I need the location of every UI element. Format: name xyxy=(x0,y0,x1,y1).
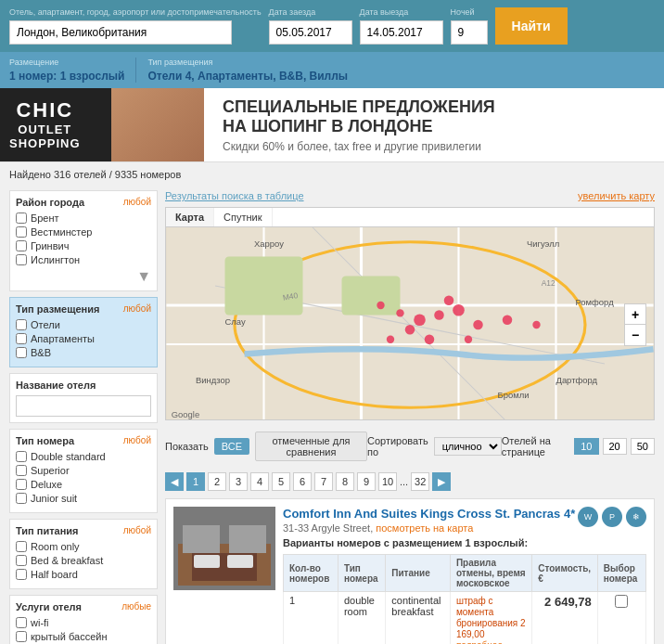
sort-select[interactable]: цличноо xyxy=(434,437,502,456)
accom-filter: Тип размещения любой Отели Апартаменты B… xyxy=(9,297,158,367)
meal-hb-checkbox[interactable] xyxy=(16,569,27,580)
table-view-link[interactable]: Результаты поиска в таблице xyxy=(165,190,304,201)
banner: CHIC OUTLET SHOPPING СПЕЦИАЛЬНЫЕ ПРЕДЛОЖ… xyxy=(0,88,664,162)
enlarge-map-link[interactable]: увеличить карту xyxy=(578,190,655,201)
page-5[interactable]: 5 xyxy=(272,472,290,491)
page-6[interactable]: 6 xyxy=(293,472,312,491)
hotel-name-filter: Название отеля xyxy=(9,373,158,423)
hotel-name-link[interactable]: Comfort Inn And Suites Kings Cross St. P… xyxy=(283,507,575,521)
filter-room-only: Room only xyxy=(16,541,151,552)
district-filter: Район города любой Брент Вестминстер Гри… xyxy=(9,190,158,291)
filter-pool: крытый бассейн xyxy=(16,631,151,642)
map-tab-satellite[interactable]: Спутник xyxy=(214,208,272,226)
nights-label: Ночей xyxy=(451,7,488,17)
meal-filter-title: Тип питания любой xyxy=(16,525,151,536)
page-2[interactable]: 2 xyxy=(208,472,226,491)
page-prev[interactable]: ◀ xyxy=(165,472,184,491)
page-4[interactable]: 4 xyxy=(250,472,269,491)
page-9[interactable]: 9 xyxy=(357,472,376,491)
map-tab-map[interactable]: Карта xyxy=(166,208,214,226)
checkin-input[interactable] xyxy=(269,20,352,45)
banner-logo: CHIC OUTLET SHOPPING xyxy=(9,98,81,152)
amenity-pool-checkbox[interactable] xyxy=(16,631,27,642)
map-zoom-in[interactable]: + xyxy=(625,304,645,325)
search-button[interactable]: Найти xyxy=(495,7,568,45)
wifi-icon: W xyxy=(578,507,598,527)
room-1-meal: continental breakfast xyxy=(386,592,451,645)
show-all-button[interactable]: ВСЕ xyxy=(214,438,249,455)
sort-label: Сортировать по xyxy=(367,435,428,457)
col-cancel: Правила отмены, время московское xyxy=(450,555,531,592)
page-3[interactable]: 3 xyxy=(229,472,248,491)
hotel-image-placeholder xyxy=(173,507,275,590)
per-page-50[interactable]: 50 xyxy=(631,438,655,455)
room-superior-checkbox[interactable] xyxy=(16,465,27,476)
page-last[interactable]: 32 xyxy=(411,472,429,491)
meal-bb-checkbox[interactable] xyxy=(16,555,27,566)
room-1-cancel-link[interactable]: подробнее xyxy=(456,640,503,644)
hotel-info: Comfort Inn And Suites Kings Cross St. P… xyxy=(283,507,646,644)
results-content: Результаты поиска в таблице увеличить ка… xyxy=(165,190,655,644)
map-zoom-controls: + − xyxy=(624,303,646,346)
per-page-20[interactable]: 20 xyxy=(603,438,627,455)
filter-double-standard: Double standard xyxy=(16,451,151,462)
room-type-filter-link[interactable]: любой xyxy=(123,435,151,446)
checkin-label: Дата заезда xyxy=(269,7,352,17)
page-7[interactable]: 7 xyxy=(314,472,333,491)
amenities-filter-link[interactable]: любые xyxy=(121,601,151,612)
room-type-filter-title: Тип номера любой xyxy=(16,435,151,446)
district-greenwich-checkbox[interactable] xyxy=(16,240,27,251)
per-page-label: Отелей на странице xyxy=(502,435,571,457)
map-display: Харроу Чигуэлл Ромфорд Слау Виндзор Дарт… xyxy=(166,227,654,420)
amenity-wifi-checkbox[interactable] xyxy=(16,617,27,628)
svg-point-23 xyxy=(377,302,384,309)
district-filter-link[interactable]: любой xyxy=(123,197,151,208)
col-type: Тип номера xyxy=(338,555,385,592)
room-guests-link[interactable]: 1 взрослый xyxy=(60,70,125,83)
room-1-checkbox[interactable] xyxy=(615,595,628,608)
results-header: Результаты поиска в таблице увеличить ка… xyxy=(165,190,655,201)
destination-input[interactable] xyxy=(9,20,232,45)
map-container: Карта Спутник xyxy=(165,207,655,420)
per-page-10[interactable]: 10 xyxy=(574,438,598,455)
room-double-checkbox[interactable] xyxy=(16,451,27,462)
meal-filter-link[interactable]: любой xyxy=(123,525,151,536)
page-8[interactable]: 8 xyxy=(336,472,354,491)
room-1-cancel: штраф с момента бронирования 2 169,00 по… xyxy=(450,592,531,645)
filter-half-board: Half board xyxy=(16,569,151,580)
col-price: Стоимость, € xyxy=(532,555,597,592)
page-1[interactable]: 1 xyxy=(186,472,205,491)
room-1-price: 2 649,78 xyxy=(532,592,597,645)
svg-text:Ромфорд: Ромфорд xyxy=(576,297,615,307)
svg-point-14 xyxy=(405,325,415,335)
page-next[interactable]: ▶ xyxy=(432,472,451,491)
hotel-card-inner: Comfort Inn And Suites Kings Cross St. P… xyxy=(173,507,646,644)
svg-rect-40 xyxy=(194,555,220,568)
banner-title: СПЕЦИАЛЬНЫЕ ПРЕДЛОЖЕНИЯ xyxy=(223,97,645,117)
accom-bb-checkbox[interactable] xyxy=(16,347,27,358)
accom-hotels-checkbox[interactable] xyxy=(16,319,27,330)
room-junior-checkbox[interactable] xyxy=(16,493,27,504)
meal-room-only-checkbox[interactable] xyxy=(16,541,27,552)
district-islington-checkbox[interactable] xyxy=(16,254,27,265)
hotel-name-input[interactable] xyxy=(16,395,151,417)
amenities-filter: Услуги отеля любые wi-fi крытый бассейн … xyxy=(9,595,158,644)
svg-point-16 xyxy=(425,335,435,345)
hotel-card-header: Comfort Inn And Suites Kings Cross St. P… xyxy=(173,507,646,644)
parking-icon: P xyxy=(602,507,622,527)
accom-apartments-checkbox[interactable] xyxy=(16,333,27,344)
show-marked-button[interactable]: отмеченные для сравнения xyxy=(255,431,367,461)
checkout-input[interactable] xyxy=(360,20,443,45)
district-westminster-checkbox[interactable] xyxy=(16,226,27,238)
controls-bar: Показать ВСЕ отмеченные для сравнения Со… xyxy=(165,428,655,465)
hotel-map-link[interactable]: посмотреть на карта xyxy=(376,522,473,534)
svg-point-18 xyxy=(396,309,403,316)
map-zoom-out[interactable]: − xyxy=(625,325,645,345)
accom-filter-link[interactable]: любой xyxy=(123,303,151,315)
district-brent-checkbox[interactable] xyxy=(16,213,27,224)
room-deluxe-checkbox[interactable] xyxy=(16,479,27,490)
search-header: Отель, апартамент, город, аэропорт или д… xyxy=(0,0,664,52)
type-value-link[interactable]: Отели 4, Апартаменты, B&B, Виллы xyxy=(147,70,348,83)
page-10[interactable]: 10 xyxy=(378,472,397,491)
nights-input[interactable] xyxy=(451,20,488,45)
